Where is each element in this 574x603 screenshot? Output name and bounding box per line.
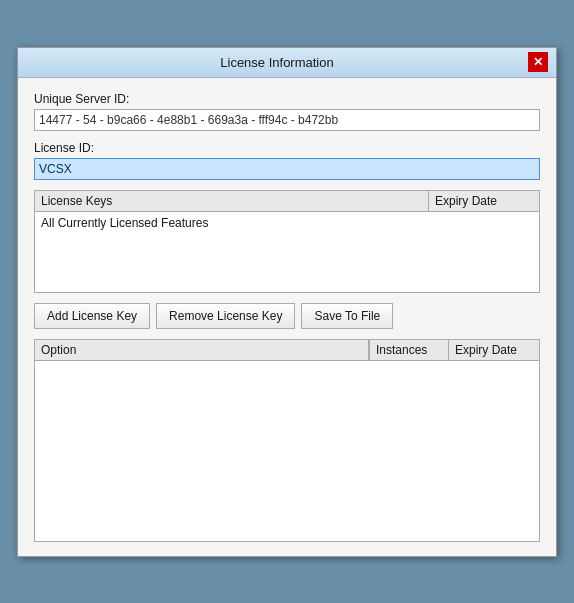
unique-server-id-group: Unique Server ID: [34, 92, 540, 131]
col-license-keys-header: License Keys [35, 191, 429, 211]
col-option-header: Option [35, 340, 369, 360]
close-button[interactable]: ✕ [528, 52, 548, 72]
save-to-file-button[interactable]: Save To File [301, 303, 393, 329]
remove-license-key-button[interactable]: Remove License Key [156, 303, 295, 329]
license-information-window: License Information ✕ Unique Server ID: … [17, 47, 557, 557]
window-title: License Information [26, 55, 528, 70]
options-table-body [35, 361, 539, 541]
window-content: Unique Server ID: License ID: License Ke… [18, 78, 556, 556]
license-id-input[interactable] [34, 158, 540, 180]
options-table: Option Instances Expiry Date [34, 339, 540, 542]
options-table-header: Option Instances Expiry Date [35, 340, 539, 361]
license-id-label: License ID: [34, 141, 540, 155]
add-license-key-button[interactable]: Add License Key [34, 303, 150, 329]
title-bar: License Information ✕ [18, 48, 556, 78]
license-keys-table-header: License Keys Expiry Date [35, 191, 539, 212]
license-id-group: License ID: [34, 141, 540, 180]
col-expiry-date-header: Expiry Date [429, 191, 539, 211]
table-row: All Currently Licensed Features [35, 214, 539, 232]
unique-server-id-label: Unique Server ID: [34, 92, 540, 106]
col-options-expiry-header: Expiry Date [449, 340, 539, 360]
license-keys-table-body: All Currently Licensed Features [35, 212, 539, 292]
button-row: Add License Key Remove License Key Save … [34, 303, 540, 329]
col-instances-header: Instances [369, 340, 449, 360]
license-keys-table: License Keys Expiry Date All Currently L… [34, 190, 540, 293]
unique-server-id-input[interactable] [34, 109, 540, 131]
